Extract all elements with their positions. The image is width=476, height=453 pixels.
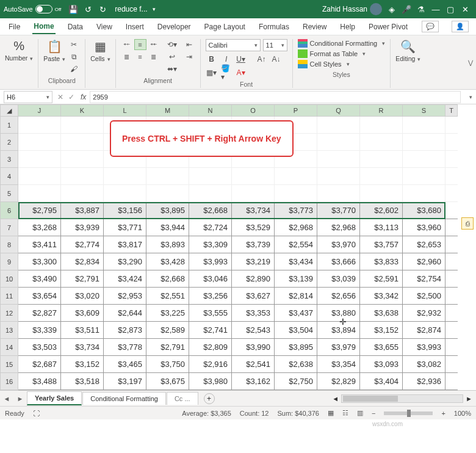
fx-icon[interactable]: fx — [81, 93, 86, 101]
row-header[interactable]: 11 — [0, 288, 18, 305]
tab-nav-prev[interactable]: ◄ — [0, 395, 13, 402]
cell[interactable]: $3,290 — [104, 253, 146, 270]
cell[interactable]: $3,939 — [61, 219, 104, 236]
cell[interactable]: $3,980 — [189, 373, 232, 390]
font-size-combo[interactable]: 11▾ — [263, 39, 287, 51]
avatar[interactable] — [370, 3, 382, 15]
cell[interactable]: $3,039 — [317, 270, 360, 288]
cell[interactable]: $3,833 — [360, 253, 403, 270]
cell[interactable]: $2,827 — [18, 305, 61, 322]
cell[interactable] — [146, 185, 189, 202]
menu-formulas[interactable]: Formulas — [258, 20, 290, 34]
cell[interactable] — [18, 168, 61, 185]
cell[interactable]: $2,541 — [232, 356, 275, 373]
cell[interactable]: $3,511 — [61, 322, 104, 339]
row-header[interactable]: 16 — [0, 373, 18, 390]
cell[interactable] — [360, 168, 403, 185]
cell[interactable]: $2,932 — [403, 305, 445, 322]
cell[interactable] — [18, 185, 61, 202]
cell[interactable] — [232, 185, 275, 202]
underline-button[interactable]: U▾ — [235, 54, 247, 65]
accessibility-icon[interactable]: ⛶ — [33, 410, 40, 417]
cell[interactable]: $2,834 — [61, 253, 104, 270]
cell[interactable]: $3,152 — [61, 356, 104, 373]
cell[interactable] — [317, 151, 360, 168]
minimize-icon[interactable]: — — [431, 4, 441, 14]
cell[interactable]: $3,219 — [232, 253, 275, 270]
cell[interactable] — [18, 151, 61, 168]
cell[interactable] — [445, 253, 458, 270]
row-header[interactable]: 7 — [0, 219, 18, 236]
cell[interactable]: $3,895 — [146, 202, 189, 219]
cell[interactable] — [18, 117, 61, 134]
smart-tag-icon[interactable]: ⎙ — [461, 217, 474, 230]
cell[interactable] — [445, 185, 458, 202]
cell[interactable]: $3,353 — [232, 305, 275, 322]
scroll-track[interactable] — [341, 394, 463, 403]
cell[interactable] — [360, 151, 403, 168]
row-header[interactable]: 12 — [0, 305, 18, 322]
enter-formula-icon[interactable]: ✓ — [68, 93, 74, 101]
menu-view[interactable]: View — [95, 20, 114, 34]
col-header[interactable]: J — [18, 104, 61, 117]
cell[interactable]: $3,020 — [61, 288, 104, 305]
col-header[interactable]: O — [232, 104, 275, 117]
cell[interactable] — [104, 168, 146, 185]
cell[interactable] — [445, 202, 458, 219]
align-right-icon[interactable]: ≣ — [148, 51, 160, 62]
cell[interactable]: $2,591 — [360, 270, 403, 288]
zoom-out-icon[interactable]: − — [372, 410, 375, 417]
beaker-icon[interactable]: ⚗ — [416, 4, 426, 14]
cell[interactable]: $2,638 — [275, 356, 317, 373]
sheet-tab-yearly-sales[interactable]: Yearly Sales — [27, 391, 82, 405]
borders-icon[interactable]: ▦▾ — [206, 67, 218, 78]
cell[interactable]: $3,434 — [275, 253, 317, 270]
cell[interactable] — [445, 373, 458, 390]
paste-button[interactable]: 📋Paste▾ — [43, 39, 65, 62]
cell[interactable]: $2,795 — [18, 202, 61, 219]
orientation-icon[interactable]: ⟲▾ — [166, 39, 178, 50]
scroll-right-icon[interactable]: ► — [466, 395, 472, 402]
align-left-icon[interactable]: ≣ — [121, 51, 133, 62]
cell[interactable] — [61, 185, 104, 202]
row-header[interactable]: 9 — [0, 253, 18, 270]
align-top-icon[interactable]: ⬴ — [121, 39, 133, 50]
cell[interactable]: $2,873 — [104, 322, 146, 339]
cell[interactable]: $2,968 — [317, 219, 360, 236]
cell[interactable]: $3,490 — [18, 270, 61, 288]
cell[interactable]: $3,993 — [189, 253, 232, 270]
restore-icon[interactable]: ▢ — [445, 4, 455, 14]
cell[interactable]: $2,936 — [403, 373, 445, 390]
cell[interactable]: $3,152 — [360, 322, 403, 339]
cell[interactable]: $2,953 — [104, 288, 146, 305]
cell[interactable] — [403, 117, 445, 134]
col-header[interactable]: P — [275, 104, 317, 117]
menu-home[interactable]: Home — [32, 20, 55, 34]
cell[interactable]: $3,990 — [232, 339, 275, 356]
tab-nav-next[interactable]: ► — [13, 395, 27, 402]
cell[interactable]: $3,894 — [317, 322, 360, 339]
cell[interactable]: $3,256 — [189, 288, 232, 305]
cell[interactable]: $3,627 — [232, 288, 275, 305]
cell[interactable]: $3,488 — [18, 373, 61, 390]
row-header[interactable]: 2 — [0, 134, 18, 151]
comments-button[interactable]: 💬 — [422, 21, 439, 32]
cell[interactable] — [445, 168, 458, 185]
row-header[interactable]: 3 — [0, 151, 18, 168]
merge-icon[interactable]: ⬌▾ — [166, 63, 178, 74]
font-color-icon[interactable]: A▾ — [235, 67, 247, 78]
format-as-table-button[interactable]: Format as Table▾ — [298, 49, 386, 58]
cell[interactable]: $2,687 — [18, 356, 61, 373]
new-sheet-button[interactable]: + — [204, 393, 215, 404]
expand-formula-bar-icon[interactable]: ▾ — [469, 94, 472, 100]
cell[interactable]: $3,309 — [189, 236, 232, 253]
redo-icon[interactable]: ↻ — [98, 4, 107, 14]
cell[interactable]: $3,778 — [104, 339, 146, 356]
cell[interactable]: $3,750 — [146, 356, 189, 373]
cell[interactable]: $2,791 — [61, 270, 104, 288]
cell[interactable]: $3,734 — [61, 339, 104, 356]
editing-button[interactable]: 🔍Editing▾ — [395, 39, 420, 62]
row-header[interactable]: 5 — [0, 185, 18, 202]
cell[interactable]: $3,655 — [360, 339, 403, 356]
cell[interactable]: $3,757 — [360, 236, 403, 253]
